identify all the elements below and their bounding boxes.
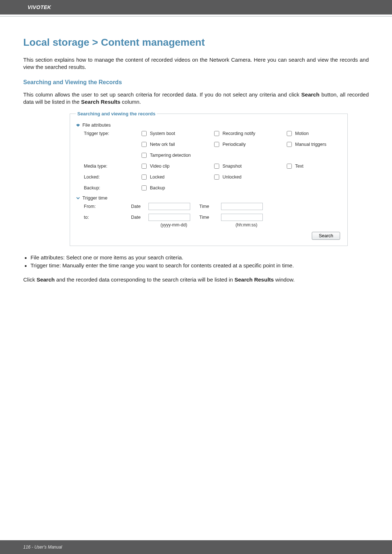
label-recording-notify: Recording notify <box>222 131 255 136</box>
checkbox-input-motion[interactable] <box>287 131 292 136</box>
label-periodically: Periodically <box>222 142 246 147</box>
to-label: to: <box>84 215 131 220</box>
time-format-hint: (hh:mm:ss) <box>221 222 272 227</box>
format-hint-row: (yyyy-mm-dd) (hh:mm:ss) <box>76 222 342 227</box>
checkbox-video-clip[interactable]: Video clip <box>140 163 213 170</box>
to-date-input[interactable] <box>148 214 190 221</box>
checkbox-network-fail[interactable]: Netw ork fail <box>140 141 213 148</box>
file-attributes-toggle[interactable]: File attributes <box>76 122 342 128</box>
trigger-time-grid: From: Date Time to: Date Time <box>76 203 342 221</box>
section-intro-bold1: Search <box>301 91 319 98</box>
bullet-trigger-time: Trigger time: Manually enter the time ra… <box>25 262 369 269</box>
fieldset-legend: Searching and viewing the records <box>76 111 157 116</box>
label-manual-triggers: Manual triggers <box>295 142 326 147</box>
section-heading: Searching and Viewing the Records <box>23 79 369 86</box>
date-label-from: Date <box>131 204 148 209</box>
label-snapshot: Snapshot <box>222 164 242 169</box>
locked-label: Locked: <box>84 175 140 180</box>
bullet-file-attributes: File attributes: Select one or more item… <box>25 254 369 261</box>
closing-bold1: Search <box>37 276 55 283</box>
checkbox-locked[interactable]: Locked <box>140 173 213 181</box>
section-intro: This column allows the user to set up se… <box>23 91 369 106</box>
bullet-trigger-time-text: Trigger time: Manually enter the time ra… <box>30 262 294 268</box>
from-date-input[interactable] <box>148 203 190 210</box>
checkbox-tampering-detection[interactable]: Tampering detection <box>140 152 342 159</box>
page-title: Local storage > Content management <box>23 37 369 48</box>
checkbox-input-locked[interactable] <box>142 175 147 180</box>
label-unlocked: Unlocked <box>222 175 241 180</box>
checkbox-input-backup[interactable] <box>142 185 147 190</box>
to-time-input[interactable] <box>221 214 263 221</box>
trigger-type-label: Trigger type: <box>84 131 140 136</box>
checkbox-input-snapshot[interactable] <box>214 164 219 169</box>
footer-text: 116 - User's Manual <box>0 540 392 554</box>
time-label-from: Time <box>199 204 221 209</box>
section-intro-post: column. <box>121 99 141 105</box>
label-video-clip: Video clip <box>150 164 170 169</box>
checkbox-text[interactable]: Text <box>285 163 342 170</box>
file-attributes-label: File attributes <box>82 122 111 128</box>
closing-mid: and the recorded data corresponding to t… <box>55 276 234 283</box>
from-label: From: <box>84 204 131 209</box>
checkbox-input-text[interactable] <box>287 164 292 169</box>
checkbox-system-boot[interactable]: System boot <box>140 130 213 137</box>
checkbox-input-manual-triggers[interactable] <box>287 142 292 147</box>
checkbox-input-tampering-detection[interactable] <box>142 153 147 158</box>
label-tampering-detection: Tampering detection <box>150 153 191 158</box>
time-label-to: Time <box>199 215 221 220</box>
from-time-input[interactable] <box>221 203 263 210</box>
closing-bold2: Search Results <box>234 276 274 283</box>
label-network-fail: Netw ork fail <box>150 142 175 147</box>
checkbox-input-video-clip[interactable] <box>142 164 147 169</box>
bullet-list: File attributes: Select one or more item… <box>23 254 369 270</box>
label-locked: Locked <box>150 175 164 180</box>
date-label-to: Date <box>131 215 148 220</box>
chevron-down-icon <box>76 196 80 200</box>
checkbox-input-network-fail[interactable] <box>142 142 147 147</box>
checkbox-periodically[interactable]: Periodically <box>213 141 285 148</box>
checkbox-unlocked[interactable]: Unlocked <box>213 173 285 181</box>
chevron-down-icon <box>76 123 80 127</box>
search-form-figure: Searching and viewing the records File a… <box>69 111 323 246</box>
closing-post: window. <box>274 276 295 283</box>
backup-label: Backup: <box>84 185 140 190</box>
section-intro-pre: This column allows the user to set up se… <box>23 91 301 98</box>
checkbox-backup[interactable]: Backup <box>140 184 213 192</box>
trigger-time-toggle[interactable]: Trigger time <box>76 195 342 201</box>
label-text: Text <box>295 164 303 169</box>
checkbox-recording-notify[interactable]: Recording notify <box>213 130 285 137</box>
closing-paragraph: Click Search and the recorded data corre… <box>23 276 369 283</box>
header-bar: VIVOTEK <box>0 0 392 15</box>
checkbox-input-recording-notify[interactable] <box>214 131 219 136</box>
label-backup-text: Backup <box>150 185 165 190</box>
date-format-hint: (yyyy-mm-dd) <box>148 222 199 227</box>
intro-paragraph: This section explains how to manage the … <box>23 56 369 71</box>
media-type-label: Media type: <box>84 164 140 169</box>
footer-bar: 116 - User's Manual <box>0 540 392 554</box>
section-intro-bold2: Search Results <box>81 99 120 105</box>
label-system-boot: System boot <box>150 131 175 136</box>
brand-logo: VIVOTEK <box>0 0 392 15</box>
checkbox-manual-triggers[interactable]: Manual triggers <box>285 141 342 148</box>
file-attributes-grid: Trigger type: System boot Recording noti… <box>76 130 342 194</box>
checkbox-snapshot[interactable]: Snapshot <box>213 163 285 170</box>
search-records-fieldset: Searching and viewing the records File a… <box>70 111 348 246</box>
checkbox-motion[interactable]: Motion <box>285 130 342 137</box>
search-button[interactable]: Search <box>312 232 340 240</box>
closing-pre: Click <box>23 276 37 283</box>
checkbox-input-system-boot[interactable] <box>142 131 147 136</box>
trigger-time-label: Trigger time <box>82 195 107 201</box>
checkbox-input-periodically[interactable] <box>214 142 219 147</box>
label-motion: Motion <box>295 131 309 136</box>
checkbox-input-unlocked[interactable] <box>214 175 219 180</box>
